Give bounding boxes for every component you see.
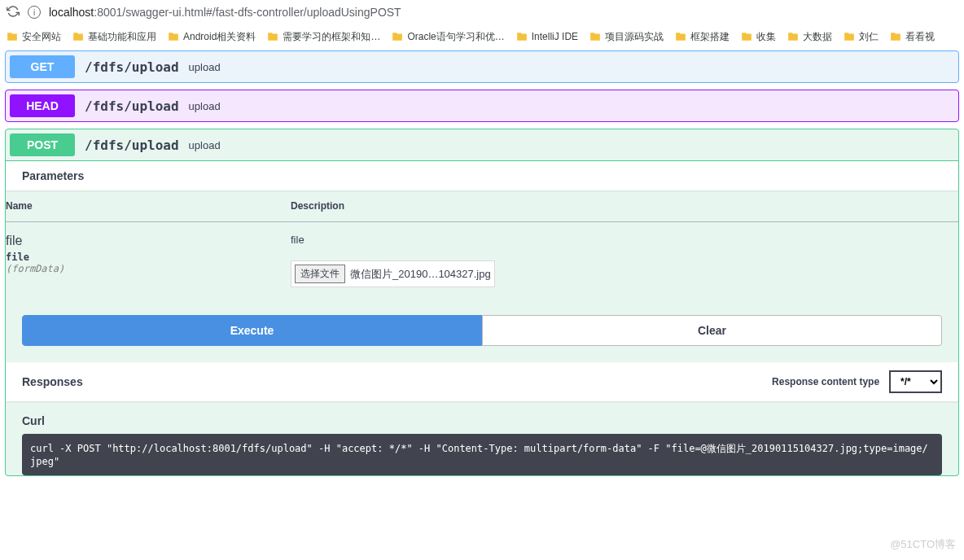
responses-header: Responses Response content type */*: [6, 362, 958, 401]
method-badge-get: GET: [10, 55, 75, 78]
chosen-file-name: 微信图片_20190…104327.jpg: [350, 267, 491, 282]
endpoint-path: /fdfs/upload: [75, 98, 189, 114]
param-description: file: [291, 234, 958, 246]
bookmark-label: 收集: [756, 30, 776, 44]
folder-icon: [890, 31, 901, 42]
bookmark-label: 框架搭建: [690, 30, 730, 44]
endpoint-desc: upload: [189, 139, 221, 151]
bookmark-label: 基础功能和应用: [88, 30, 156, 44]
folder-icon: [392, 31, 403, 42]
operation-post-summary[interactable]: POST /fdfs/upload upload: [6, 129, 958, 160]
bookmark-label: 看看视: [905, 30, 935, 44]
folder-icon: [267, 31, 278, 42]
operation-post: POST /fdfs/upload upload Parameters Name…: [5, 129, 959, 476]
operation-get[interactable]: GET /fdfs/upload upload: [5, 50, 959, 83]
responses-title: Responses: [22, 375, 83, 388]
endpoint-path: /fdfs/upload: [75, 138, 189, 153]
bookmark-item[interactable]: 安全网站: [7, 30, 61, 44]
folder-icon: [787, 31, 799, 42]
file-input[interactable]: 选择文件 微信图片_20190…104327.jpg: [291, 260, 495, 287]
url-text[interactable]: localhost:8001/swagger-ui.html#/fast-dfs…: [49, 6, 401, 19]
clear-button[interactable]: Clear: [482, 315, 942, 346]
folder-icon: [72, 31, 84, 42]
bookmark-label: IntelliJ IDE: [532, 31, 578, 42]
bookmark-label: 大数据: [803, 30, 832, 44]
bookmarks-bar: 安全网站基础功能和应用Android相关资料需要学习的框架和知…Oracle语句…: [0, 24, 964, 49]
parameters-header: Parameters: [6, 161, 958, 190]
curl-section: Curl curl -X POST "http://localhost:8001…: [6, 401, 958, 475]
bookmark-item[interactable]: 框架搭建: [675, 30, 730, 44]
address-bar: i localhost:8001/swagger-ui.html#/fast-d…: [0, 0, 964, 24]
bookmark-item[interactable]: 基础功能和应用: [72, 30, 156, 44]
bookmark-item[interactable]: 需要学习的框架和知…: [267, 30, 380, 44]
content-type-label: Response content type: [772, 376, 879, 387]
folder-icon: [589, 31, 601, 42]
content-type-select[interactable]: */*: [889, 370, 942, 393]
curl-title: Curl: [22, 414, 942, 427]
table-row: file file (formData) file 选择文件 微信图片_2019…: [6, 222, 958, 300]
execute-button[interactable]: Execute: [22, 315, 482, 346]
choose-file-button[interactable]: 选择文件: [295, 265, 345, 283]
col-name-header: Name: [6, 190, 291, 222]
param-in: (formData): [6, 263, 291, 274]
bookmark-item[interactable]: 看看视: [890, 30, 935, 44]
bookmark-label: Oracle语句学习和优…: [407, 30, 504, 44]
bookmark-item[interactable]: Oracle语句学习和优…: [392, 30, 504, 44]
endpoint-path: /fdfs/upload: [75, 59, 189, 75]
folder-icon: [7, 31, 18, 42]
bookmark-label: 需要学习的框架和知…: [283, 30, 380, 44]
parameters-table: Name Description file file (formData) fi…: [6, 190, 958, 299]
curl-command[interactable]: curl -X POST "http://localhost:8001/fdfs…: [22, 434, 942, 475]
action-buttons: Execute Clear: [6, 299, 958, 362]
method-badge-post: POST: [10, 133, 75, 156]
bookmark-item[interactable]: 刘仁: [844, 30, 879, 44]
bookmark-item[interactable]: 项目源码实战: [589, 30, 664, 44]
operation-head[interactable]: HEAD /fdfs/upload upload: [5, 90, 959, 122]
bookmark-item[interactable]: Android相关资料: [168, 30, 256, 44]
folder-icon: [516, 31, 528, 42]
bookmark-item[interactable]: 大数据: [787, 30, 832, 44]
col-desc-header: Description: [291, 190, 958, 222]
bookmark-label: 项目源码实战: [605, 30, 664, 44]
bookmark-label: 刘仁: [859, 30, 879, 44]
endpoint-desc: upload: [189, 100, 221, 112]
parameters-title: Parameters: [22, 169, 84, 182]
bookmark-label: Android相关资料: [183, 30, 256, 44]
folder-icon: [844, 31, 855, 42]
param-name: file: [6, 234, 291, 248]
folder-icon: [168, 31, 179, 42]
bookmark-item[interactable]: 收集: [741, 30, 776, 44]
bookmark-item[interactable]: IntelliJ IDE: [516, 31, 578, 42]
reload-icon[interactable]: [7, 5, 20, 20]
endpoint-desc: upload: [189, 61, 221, 73]
method-badge-head: HEAD: [10, 94, 75, 117]
folder-icon: [675, 31, 686, 42]
bookmark-label: 安全网站: [22, 30, 61, 44]
param-type: file: [6, 248, 291, 263]
info-icon[interactable]: i: [28, 6, 41, 19]
folder-icon: [741, 31, 752, 42]
